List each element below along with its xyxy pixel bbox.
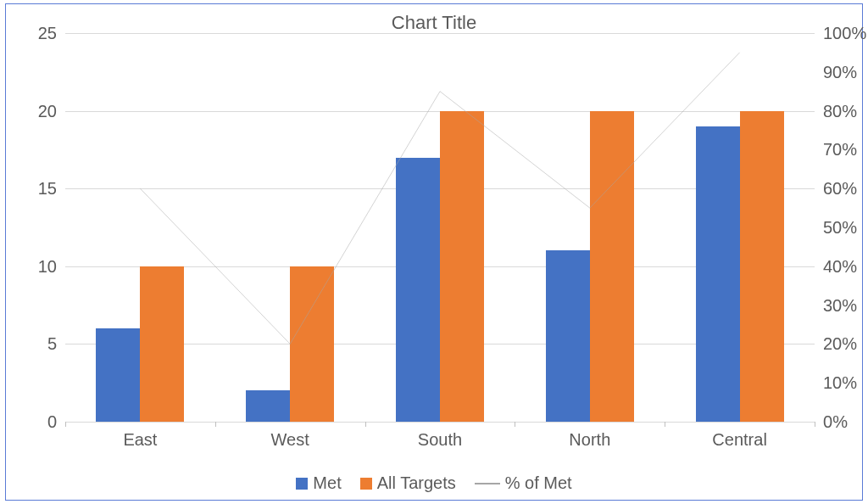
legend-item-alltargets: All Targets (360, 473, 456, 493)
y-right-tick: 80% (815, 101, 865, 120)
category-label: Central (712, 422, 766, 450)
chart-frame: Chart Title 0 5 10 15 20 25 0% 10% 20% 3… (5, 3, 863, 501)
legend-item-percent-of-met: % of Met (475, 473, 572, 493)
bar-met (696, 126, 740, 422)
category-label: East (123, 422, 157, 450)
y-left-tick: 10 (14, 256, 65, 276)
swatch-icon (360, 478, 372, 490)
bar-met (246, 390, 290, 422)
y-left-tick: 0 (14, 412, 65, 432)
chart-title: Chart Title (6, 4, 862, 34)
legend-label: % of Met (505, 473, 572, 493)
bar-met (546, 250, 590, 422)
y-right-tick: 100% (815, 24, 865, 43)
bar-alltargets (590, 111, 634, 422)
y-right-tick: 40% (815, 256, 865, 276)
legend-item-met: Met (296, 473, 341, 493)
y-right-tick: 0% (815, 412, 865, 432)
legend-label: All Targets (377, 473, 456, 493)
bar-alltargets (440, 111, 484, 422)
bar-alltargets (290, 266, 334, 422)
y-right-tick: 70% (815, 140, 865, 160)
y-left-tick: 20 (14, 101, 65, 120)
bar-met (96, 328, 140, 422)
y-left-tick: 25 (14, 24, 65, 43)
bar-met (396, 158, 440, 422)
legend-label: Met (313, 473, 341, 493)
swatch-icon (296, 478, 308, 490)
y-left-tick: 15 (14, 179, 65, 199)
y-right-tick: 50% (815, 218, 865, 238)
line-swatch-icon (475, 483, 500, 484)
bar-alltargets (740, 111, 784, 422)
plot-area: 0 5 10 15 20 25 0% 10% 20% 30% 40% 50% 6… (65, 33, 815, 422)
category-label: South (418, 422, 462, 450)
y-right-tick: 30% (815, 295, 865, 315)
legend: Met All Targets % of Met (6, 473, 862, 493)
category-label: West (271, 422, 309, 450)
y-right-tick: 60% (815, 179, 865, 199)
category-label: North (569, 422, 610, 450)
y-left-tick: 5 (14, 334, 65, 354)
y-right-tick: 20% (815, 334, 865, 354)
y-right-tick: 10% (815, 373, 865, 393)
bar-alltargets (140, 266, 184, 422)
y-right-tick: 90% (815, 62, 865, 81)
